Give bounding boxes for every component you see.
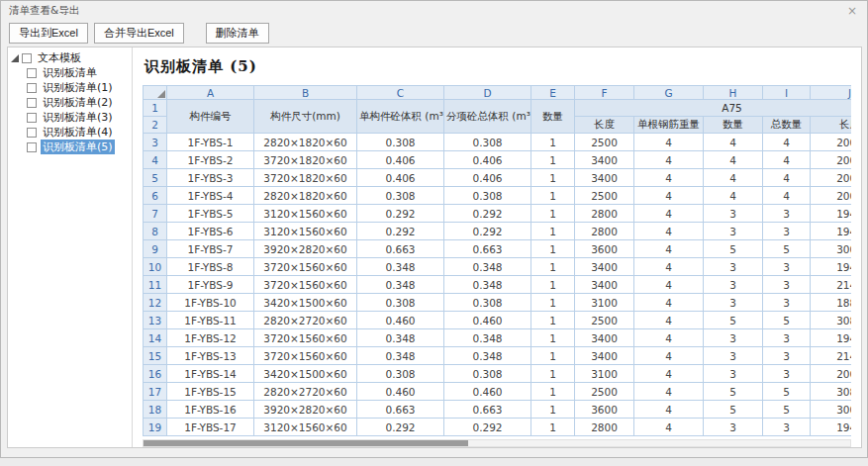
cell-rebar-total[interactable]: 3: [763, 258, 811, 276]
header-component-id[interactable]: 构件编号: [167, 100, 254, 134]
cell-component-id[interactable]: 1F-YBS-14: [167, 365, 254, 383]
tree-item[interactable]: 识别板清单(1): [27, 80, 130, 95]
cell-total-volume[interactable]: 0.348: [444, 347, 531, 365]
cell-quantity[interactable]: 1: [531, 329, 575, 347]
checkbox-icon[interactable]: [27, 128, 37, 138]
cell-component-id[interactable]: 1F-YBS-4: [167, 187, 254, 205]
row-number[interactable]: 19: [144, 419, 167, 436]
cell-size[interactable]: 2820×1820×60: [254, 187, 357, 205]
cell-size[interactable]: 3120×1560×60: [254, 223, 357, 240]
cell-length[interactable]: 3600: [575, 240, 634, 258]
row-number[interactable]: 1: [144, 100, 167, 117]
horizontal-scrollbar[interactable]: [143, 439, 851, 447]
cell-size[interactable]: 3720×1560×60: [254, 347, 357, 365]
cell-rebar-weight[interactable]: 4: [634, 276, 704, 294]
merge-export-excel-button[interactable]: 合并导出Excel: [94, 23, 184, 44]
tree-item[interactable]: 识别板清单: [27, 65, 130, 80]
cell-total-volume[interactable]: 0.406: [444, 151, 531, 169]
cell-quantity[interactable]: 1: [531, 365, 575, 383]
cell-length-2[interactable]: 1940: [811, 223, 852, 240]
cell-component-id[interactable]: 1F-YBS-2: [167, 151, 254, 169]
cell-length[interactable]: 2800: [575, 419, 634, 436]
cell-rebar-total[interactable]: 3: [763, 329, 811, 347]
cell-total-volume[interactable]: 0.663: [444, 401, 531, 419]
cell-rebar-weight[interactable]: 4: [634, 187, 704, 205]
cell-quantity[interactable]: 1: [531, 151, 575, 169]
cell-rebar-quantity[interactable]: 3: [704, 329, 763, 347]
tree-item[interactable]: 识别板清单(5): [27, 140, 130, 154]
cell-rebar-quantity[interactable]: 4: [704, 187, 763, 205]
cell-unit-volume[interactable]: 0.308: [357, 187, 444, 205]
cell-unit-volume[interactable]: 0.460: [357, 383, 444, 401]
header-rebar-quantity[interactable]: 数量: [704, 117, 763, 134]
tree-expander-icon[interactable]: [11, 54, 19, 62]
row-number[interactable]: 14: [144, 329, 167, 347]
cell-rebar-total[interactable]: 3: [763, 276, 811, 294]
cell-length-2[interactable]: 2060: [811, 365, 852, 383]
cell-unit-volume[interactable]: 0.292: [357, 419, 444, 436]
cell-rebar-quantity[interactable]: 4: [704, 169, 763, 187]
cell-unit-volume[interactable]: 0.348: [357, 276, 444, 294]
cell-total-volume[interactable]: 0.348: [444, 276, 531, 294]
cell-rebar-quantity[interactable]: 4: [704, 151, 763, 169]
cell-length-2[interactable]: 3080: [811, 383, 852, 401]
cell-component-id[interactable]: 1F-YBS-9: [167, 276, 254, 294]
cell-size[interactable]: 3720×1820×60: [254, 169, 357, 187]
cell-rebar-weight[interactable]: 4: [634, 294, 704, 312]
cell-length[interactable]: 2800: [575, 223, 634, 240]
header-rebar-total[interactable]: 总数量: [763, 117, 811, 134]
cell-rebar-weight[interactable]: 4: [634, 347, 704, 365]
column-letter[interactable]: H: [704, 86, 763, 100]
cell-total-volume[interactable]: 0.348: [444, 329, 531, 347]
header-length[interactable]: 长度: [575, 117, 634, 134]
cell-rebar-quantity[interactable]: 3: [704, 347, 763, 365]
checkbox-icon[interactable]: [27, 113, 37, 123]
checkbox-icon[interactable]: [27, 142, 37, 152]
cell-size[interactable]: 3420×1500×60: [254, 365, 357, 383]
row-number[interactable]: 10: [144, 258, 167, 276]
tree-item[interactable]: 识别板清单(2): [27, 95, 130, 110]
cell-unit-volume[interactable]: 0.348: [357, 329, 444, 347]
column-letter[interactable]: B: [254, 86, 357, 100]
row-number[interactable]: 7: [144, 205, 167, 223]
header-total-volume[interactable]: 分项砼总体积 (m³): [444, 100, 531, 134]
column-letter[interactable]: F: [575, 86, 634, 100]
cell-rebar-quantity[interactable]: 3: [704, 294, 763, 312]
cell-size[interactable]: 2820×1820×60: [254, 134, 357, 151]
cell-component-id[interactable]: 1F-YBS-8: [167, 258, 254, 276]
column-letter[interactable]: A: [167, 86, 254, 100]
cell-rebar-weight[interactable]: 4: [634, 419, 704, 436]
cell-component-id[interactable]: 1F-YBS-11: [167, 312, 254, 329]
cell-length[interactable]: 3400: [575, 276, 634, 294]
cell-component-id[interactable]: 1F-YBS-1: [167, 134, 254, 151]
cell-total-volume[interactable]: 0.308: [444, 294, 531, 312]
cell-size[interactable]: 3420×1500×60: [254, 294, 357, 312]
cell-unit-volume[interactable]: 0.348: [357, 347, 444, 365]
cell-size[interactable]: 3720×1820×60: [254, 151, 357, 169]
cell-rebar-weight[interactable]: 4: [634, 205, 704, 223]
cell-length-2[interactable]: 1940: [811, 205, 852, 223]
cell-quantity[interactable]: 1: [531, 134, 575, 151]
close-icon[interactable]: ×: [845, 5, 859, 17]
cell-quantity[interactable]: 1: [531, 276, 575, 294]
row-number[interactable]: 4: [144, 151, 167, 169]
checkbox-icon[interactable]: [27, 83, 37, 93]
cell-quantity[interactable]: 1: [531, 205, 575, 223]
cell-length[interactable]: 3600: [575, 401, 634, 419]
tree-root[interactable]: 文本模板: [10, 50, 130, 65]
cell-length[interactable]: 2500: [575, 134, 634, 151]
cell-rebar-quantity[interactable]: 3: [704, 223, 763, 240]
row-number[interactable]: 6: [144, 187, 167, 205]
cell-quantity[interactable]: 1: [531, 383, 575, 401]
cell-component-id[interactable]: 1F-YBS-16: [167, 401, 254, 419]
cell-total-volume[interactable]: 0.292: [444, 205, 531, 223]
cell-quantity[interactable]: 1: [531, 169, 575, 187]
cell-rebar-weight[interactable]: 4: [634, 365, 704, 383]
cell-length-2[interactable]: 2000: [811, 134, 852, 151]
cell-rebar-quantity[interactable]: 3: [704, 205, 763, 223]
cell-component-id[interactable]: 1F-YBS-5: [167, 205, 254, 223]
cell-length-2[interactable]: 2140: [811, 347, 852, 365]
cell-length-2[interactable]: 1940: [811, 329, 852, 347]
row-number[interactable]: 2: [144, 117, 167, 134]
delete-list-button[interactable]: 删除清单: [206, 23, 269, 44]
